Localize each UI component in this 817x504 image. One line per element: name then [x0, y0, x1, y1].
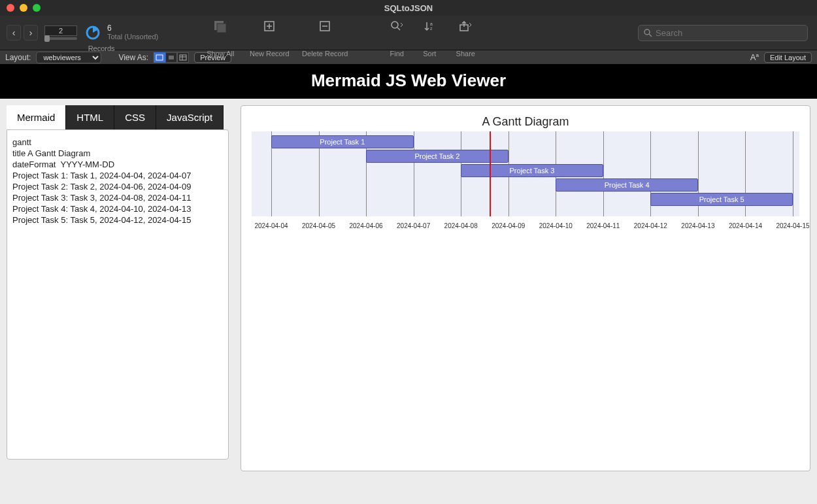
- gantt-bar: Project Task 2: [366, 150, 509, 163]
- layout-select[interactable]: webviewers: [36, 52, 101, 63]
- svg-text:a: a: [430, 22, 433, 26]
- total-label: Total (Unsorted): [107, 33, 158, 41]
- gantt-bar: Project Task 3: [461, 164, 603, 177]
- record-number-field[interactable]: 2: [44, 25, 77, 36]
- gantt-bar: Project Task 5: [650, 193, 793, 206]
- records-group: 2 6 Total (Unsorted) Records: [44, 24, 158, 41]
- gridline: [603, 131, 604, 216]
- search-icon: [390, 18, 404, 35]
- total-count: 6: [107, 24, 158, 33]
- gridline: [793, 131, 793, 216]
- svg-point-8: [392, 22, 398, 28]
- svg-line-9: [397, 27, 400, 30]
- x-tick-label: 2024-04-14: [729, 222, 762, 229]
- x-tick-label: 2024-04-09: [492, 222, 525, 229]
- next-record-button[interactable]: ›: [24, 25, 38, 41]
- x-tick-label: 2024-04-08: [444, 222, 478, 229]
- body: MermaidHTMLCSSJavaScript gantttitle A Ga…: [0, 99, 817, 504]
- x-tick-label: 2024-04-07: [397, 222, 430, 229]
- records-label: Records: [44, 44, 158, 52]
- svg-point-15: [644, 29, 650, 35]
- code-line: Project Task 5: Task 5, 2024-04-12, 2024…: [12, 214, 223, 226]
- web-viewer: A Gantt Diagram 2024-04-042024-04-052024…: [241, 105, 810, 471]
- delete-record-button[interactable]: Delete Record: [295, 18, 354, 48]
- prev-record-button[interactable]: ‹: [7, 25, 21, 41]
- code-line: Project Task 2: Task 2, 2024-04-06, 2024…: [12, 181, 223, 192]
- x-tick-label: 2024-04-15: [776, 222, 809, 229]
- left-panel: MermaidHTMLCSSJavaScript gantttitle A Ga…: [7, 105, 229, 499]
- view-form-button[interactable]: [154, 52, 165, 63]
- svg-line-16: [649, 34, 652, 37]
- code-tabs: MermaidHTMLCSSJavaScript: [7, 105, 229, 129]
- gantt-bar: Project Task 4: [556, 178, 698, 192]
- window-title: SQLtoJSON: [0, 3, 817, 13]
- tab-mermaid[interactable]: Mermaid: [7, 105, 66, 129]
- code-line: gantt: [12, 137, 223, 148]
- sort-icon: az: [424, 18, 435, 35]
- edit-layout-button[interactable]: Edit Layout: [764, 52, 812, 63]
- tab-html[interactable]: HTML: [66, 105, 114, 129]
- show-all-button[interactable]: Show All: [197, 18, 243, 48]
- titlebar: SQLtoJSON: [0, 0, 817, 16]
- code-line: Project Task 4: Task 4, 2024-04-10, 2024…: [12, 203, 223, 214]
- today-line: [490, 131, 491, 216]
- layout-label: Layout:: [5, 53, 31, 62]
- x-tick-label: 2024-04-12: [634, 222, 667, 229]
- sort-button[interactable]: az Sort: [413, 18, 446, 48]
- code-line: dateFormat YYYY-MM-DD: [12, 159, 223, 170]
- svg-rect-21: [180, 55, 186, 60]
- code-line: Project Task 3: Task 3, 2024-04-08, 2024…: [12, 192, 223, 203]
- svg-text:z: z: [430, 26, 433, 31]
- svg-rect-2: [217, 24, 226, 33]
- share-icon: [458, 18, 473, 35]
- chart-title: A Gantt Diagram: [248, 115, 803, 129]
- share-button[interactable]: Share: [446, 18, 485, 48]
- x-tick-label: 2024-04-06: [350, 222, 383, 229]
- gantt-chart: 2024-04-042024-04-052024-04-062024-04-07…: [252, 131, 799, 229]
- search-input[interactable]: [638, 25, 808, 41]
- find-button[interactable]: Find: [380, 18, 413, 48]
- x-tick-label: 2024-04-10: [539, 222, 573, 229]
- x-tick-label: 2024-04-13: [681, 222, 714, 229]
- view-table-button[interactable]: [177, 52, 189, 63]
- record-slider[interactable]: [44, 37, 77, 40]
- search-icon: [643, 28, 652, 39]
- tab-javascript[interactable]: JavaScript: [156, 105, 224, 129]
- svg-rect-17: [156, 55, 163, 60]
- x-tick-label: 2024-04-11: [586, 222, 620, 229]
- view-as-label: View As:: [118, 53, 148, 62]
- x-tick-label: 2024-04-05: [302, 222, 335, 229]
- gridline: [414, 131, 414, 216]
- gantt-bar: Project Task 1: [271, 135, 414, 148]
- view-list-button[interactable]: [165, 52, 177, 63]
- pie-progress-icon: [85, 25, 101, 41]
- code-editor[interactable]: gantttitle A Gantt DiagramdateFormat YYY…: [7, 129, 229, 460]
- view-mode-buttons: [154, 52, 189, 63]
- text-format-icon[interactable]: Aa: [750, 52, 759, 62]
- x-tick-label: 2024-04-04: [254, 222, 288, 229]
- search-field-wrap: [638, 25, 808, 41]
- tab-css[interactable]: CSS: [114, 105, 156, 129]
- code-line: Project Task 1: Task 1, 2024-04-04, 2024…: [12, 170, 223, 181]
- code-line: title A Gantt Diagram: [12, 148, 223, 159]
- toolbar: ‹ › 2 6 Total (Unsorted) Records Show Al…: [0, 16, 817, 50]
- page-title: Mermaid JS Web Viewer: [0, 64, 817, 99]
- new-record-button[interactable]: New Record: [243, 18, 295, 48]
